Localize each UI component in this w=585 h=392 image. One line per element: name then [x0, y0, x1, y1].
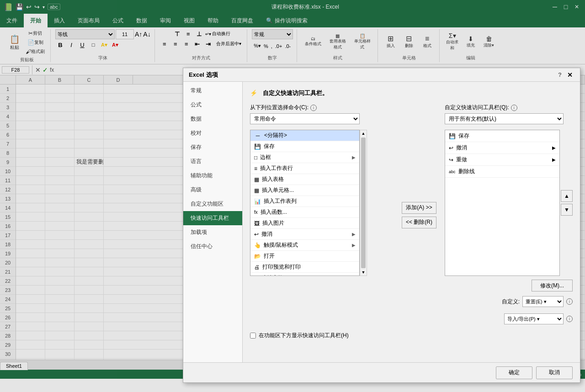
dialog-overlay: Excel 选项 ? ✕ 常规 公式 数据 校对 保存 语言 辅助功能 高级 自… [0, 0, 585, 379]
scroll-up-button[interactable]: ▲ [360, 130, 367, 137]
right-item-redo[interactable]: ↪ 重做 ▶ [445, 154, 559, 166]
list-item-insert-func[interactable]: fx 插入函数... [250, 207, 359, 218]
import-export-select[interactable]: 导入/导出(P) ▾ [504, 313, 564, 324]
right-dropdown-row: 用于所有文档(默认) [445, 113, 573, 124]
item-icon: ≡ [254, 165, 257, 172]
left-command-select[interactable]: 常用命令 [250, 113, 360, 124]
right-list-container: 💾 保存 ↩ 撤消 ▶ ↪ 重做 [445, 130, 573, 276]
item-label: 重做 [456, 156, 467, 164]
left-list-container: ─ <分隔符> 💾 保存 □ 边框 ▶ [250, 130, 394, 276]
show-below-ribbon-row: 在功能区下方显示快速访问工具栏(H) [250, 332, 573, 339]
right-bottom-controls: 修改(M)... 自定义: 重置(E) ▾ i 导入/导出(P) ▾ [445, 280, 573, 326]
sidebar-item-general[interactable]: 常规 [183, 84, 242, 98]
sidebar-item-save[interactable]: 保存 [183, 140, 242, 154]
sidebar-item-advanced[interactable]: 高级 [183, 183, 242, 197]
help-icon[interactable]: ? [558, 71, 562, 78]
sidebar-item-formula[interactable]: 公式 [183, 98, 242, 112]
arrow-icon: ▶ [352, 275, 356, 276]
sidebar-item-data[interactable]: 数据 [183, 112, 242, 126]
dialog-title-controls: ? ✕ [558, 70, 574, 79]
dialog-title-bar: Excel 选项 ? ✕ [183, 68, 580, 82]
list-item-undo[interactable]: ↩ 撤消 ▶ [250, 229, 359, 240]
ok-button[interactable]: 确定 [496, 366, 532, 379]
right-item-strikethrough[interactable]: abc 删除线 [445, 166, 559, 178]
left-section-label: 从下列位置选择命令(C): i [250, 104, 394, 111]
sidebar-item-customribbon[interactable]: 自定义功能区 [183, 197, 242, 211]
arrow-icon: ▶ [552, 145, 556, 150]
item-icon: ─ [254, 132, 261, 139]
item-label: 插入工作表行 [260, 164, 293, 172]
dialog-footer: 确定 取消 [183, 362, 580, 379]
sidebar-item-trustcenter[interactable]: 信任中心 [183, 239, 242, 254]
cancel-button[interactable]: 取消 [536, 366, 573, 379]
arrow-icon: ▶ [352, 232, 356, 237]
sidebar-item-quickaccess[interactable]: 快速访问工具栏 [183, 211, 242, 225]
item-icon: ↩ [449, 145, 453, 151]
right-item-undo[interactable]: ↩ 撤消 ▶ [445, 142, 559, 154]
item-icon: ▦ [254, 187, 259, 194]
item-icon: 🖨 [254, 264, 260, 270]
sidebar-item-proofing[interactable]: 校对 [183, 126, 242, 140]
sidebar-item-accessibility[interactable]: 辅助功能 [183, 169, 242, 183]
scroll-thumb [361, 138, 366, 268]
list-item-insert-table[interactable]: ▦ 插入表格 [250, 174, 359, 185]
item-label: 插入单元格... [262, 186, 294, 194]
item-label: 删除线 [458, 168, 475, 175]
show-below-ribbon-label: 在功能区下方显示快速访问工具栏(H) [259, 332, 349, 339]
remove-from-toolbar-button[interactable]: << 删除(R) [402, 217, 436, 228]
item-icon: 🖼 [254, 220, 260, 227]
list-item-insert-pic[interactable]: 🖼 插入图片 [250, 218, 359, 229]
item-icon: 💾 [254, 143, 261, 150]
reset-select[interactable]: 重置(E) ▾ [522, 296, 564, 307]
right-item-save[interactable]: 💾 保存 [445, 130, 559, 142]
list-item-border[interactable]: □ 边框 ▶ [250, 152, 359, 163]
item-label: 插入工作表列 [264, 197, 297, 205]
list-item-separator[interactable]: ─ <分隔符> [250, 130, 359, 141]
dialog-header: ⚡ 自定义快速访问工具栏。 [250, 89, 573, 97]
item-icon: 💾 [449, 133, 456, 139]
custom-label: 自定义: [502, 298, 520, 306]
sidebar-item-language[interactable]: 语言 [183, 154, 242, 169]
move-up-button[interactable]: ▲ [561, 190, 573, 202]
right-section-label: 自定义快速访问工具栏(Q): i [445, 104, 573, 111]
list-item-print-preview[interactable]: 🖨 打印预览和打印 [250, 262, 359, 273]
dialog-title-text: Excel 选项 [189, 71, 218, 79]
item-icon: 📂 [254, 253, 261, 260]
item-label: 触摸/鼠标模式 [264, 241, 298, 249]
list-item-save[interactable]: 💾 保存 [250, 141, 359, 152]
item-label: 保存 [458, 132, 469, 140]
list-item-insert-row[interactable]: ≡ 插入工作表行 [250, 163, 359, 174]
move-down-button[interactable]: ▼ [561, 204, 573, 216]
item-label: 冻结窗格 [261, 274, 283, 276]
reset-info-icon[interactable]: i [566, 298, 573, 305]
item-label: 插入表格 [262, 175, 284, 183]
list-item-open[interactable]: 📂 打开 [250, 251, 359, 262]
list-item-insert-cell[interactable]: ▦ 插入单元格... [250, 185, 359, 196]
item-icon: □ [254, 154, 257, 161]
show-below-ribbon-checkbox[interactable] [250, 333, 256, 339]
left-list-scrollbar[interactable]: ▲ ▼ [360, 130, 367, 276]
item-icon: ▦ [254, 176, 259, 183]
item-label: 边框 [260, 154, 271, 161]
list-item-insert-col[interactable]: 📊 插入工作表列 [250, 196, 359, 207]
sidebar-item-addins[interactable]: 加载项 [183, 225, 242, 239]
item-label: 撤消 [261, 230, 272, 238]
right-info-icon[interactable]: i [511, 105, 517, 111]
arrow-icon: ▶ [352, 243, 356, 248]
dialog-two-column: 从下列位置选择命令(C): i 常用命令 ─ [250, 104, 573, 326]
list-item-freeze[interactable]: ❄ 冻结窗格 ▶ [250, 273, 359, 276]
right-command-list: 💾 保存 ↩ 撤消 ▶ ↪ 重做 [445, 130, 560, 276]
dialog-close-button[interactable]: ✕ [565, 70, 574, 79]
list-item-touch[interactable]: 👆 触摸/鼠标模式 ▶ [250, 240, 359, 251]
add-to-toolbar-button[interactable]: 添加(A) >> [402, 202, 436, 214]
right-toolbar-select[interactable]: 用于所有文档(默认) [445, 113, 564, 124]
modify-button[interactable]: 修改(M)... [532, 280, 573, 291]
item-label: 插入图片 [262, 219, 284, 227]
dialog-sidebar: 常规 公式 数据 校对 保存 语言 辅助功能 高级 自定义功能区 快速访问工具栏… [183, 82, 243, 362]
import-export-info-icon[interactable]: i [566, 316, 573, 322]
left-info-icon[interactable]: i [310, 105, 317, 111]
excel-options-dialog: Excel 选项 ? ✕ 常规 公式 数据 校对 保存 语言 辅助功能 高级 自… [183, 68, 580, 379]
item-icon: abc [449, 170, 456, 174]
item-icon: ↪ [449, 157, 453, 163]
scroll-down-button[interactable]: ▼ [360, 269, 367, 275]
